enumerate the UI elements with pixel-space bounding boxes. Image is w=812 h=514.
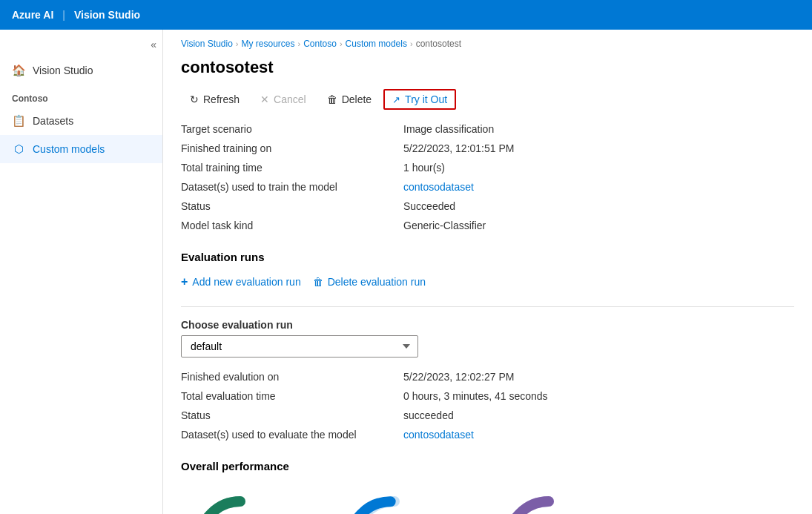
delete-eval-run-button[interactable]: 🗑 Delete evaluation run [313,273,426,291]
prop-label: Total evaluation time [181,389,403,403]
gauge-item: 100.0% Average precision i [181,490,300,514]
breadcrumb-my-resources[interactable]: My resources [242,39,295,49]
sidebar-item-label: Vision Studio [33,65,93,76]
gauge-item: 100.0% Accuracy - Top 5 i [489,490,608,514]
breadcrumb: Vision Studio › My resources › Contoso ›… [163,30,812,55]
prop-value: Generic-Classifier [403,218,794,233]
topbar: Azure AI | Vision Studio [0,0,812,30]
sidebar-collapse-button[interactable]: « [0,36,162,56]
main-content: Vision Studio › My resources › Contoso ›… [163,30,812,514]
sidebar-item-custom-models[interactable]: ⬡ Custom models [0,135,162,163]
properties-grid: Target scenarioImage classificationFinis… [163,122,812,239]
prop-label: Finished evalution on [181,369,403,384]
product-label: Vision Studio [74,9,140,21]
add-eval-label: Add new evaluation run [192,276,300,288]
cancel-label: Cancel [274,93,306,105]
sidebar-item-label: Custom models [33,143,105,155]
delete-eval-icon: 🗑 [313,276,323,288]
prop-label: Dataset(s) used to train the model [181,179,403,194]
evaluation-runs-header: Evaluation runs [163,239,812,269]
sidebar-item-datasets[interactable]: 📋 Datasets [0,107,162,135]
delete-button[interactable]: 🗑 Delete [318,89,380,110]
brand-label: Azure AI [12,9,53,21]
page-title: contosotest [163,55,812,89]
breadcrumb-current: contosotest [416,39,461,49]
prop-value: Succeeded [403,199,794,214]
prop-value: 0 hours, 3 minutes, 41 seconds [403,389,794,403]
eval-run-select[interactable]: default [181,335,418,358]
refresh-button[interactable]: ↻ Refresh [181,89,248,110]
cancel-icon: ✕ [260,93,269,105]
eval-dropdown-wrap: default [163,335,812,369]
refresh-icon: ↻ [190,93,199,105]
prop-value[interactable]: contosodataset [403,427,794,442]
try-it-out-icon: ↗ [392,94,400,105]
prop-label: Status [181,408,403,423]
prop-value: 1 hour(s) [403,160,794,175]
overall-performance-header: Overall performance [163,448,812,478]
prop-value: 5/22/2023, 12:01:51 PM [403,141,794,156]
sidebar-item-label: Datasets [33,115,73,127]
prop-value: 5/22/2023, 12:02:27 PM [403,369,794,384]
breadcrumb-sep-2: › [298,39,301,48]
prop-label: Total training time [181,160,403,175]
cancel-button[interactable]: ✕ Cancel [251,89,315,110]
sidebar: « 🏠 Vision Studio Contoso 📋 Datasets ⬡ C… [0,30,163,514]
breadcrumb-custom-models[interactable]: Custom models [346,39,407,49]
datasets-icon: 📋 [12,114,25,128]
try-it-out-button[interactable]: ↗ Try it Out [383,89,456,110]
gauge-svg [188,490,292,514]
sidebar-item-vision-studio[interactable]: 🏠 Vision Studio [0,56,162,85]
add-eval-run-button[interactable]: + Add new evaluation run [181,272,301,291]
gauge-svg [343,490,446,514]
delete-eval-label: Delete evaluation run [328,276,426,288]
prop-label: Model task kind [181,218,403,233]
choose-eval-label: Choose evaluation run [163,319,812,335]
home-icon: 🏠 [12,64,25,77]
delete-label: Delete [342,93,372,105]
prop-label: Status [181,199,403,214]
breadcrumb-sep-3: › [340,39,343,48]
topbar-separator: | [62,9,65,21]
gauge-svg [497,490,601,514]
prop-label: Finished training on [181,141,403,156]
refresh-label: Refresh [203,93,240,105]
prop-value[interactable]: contosodataset [403,179,794,194]
breadcrumb-sep-1: › [236,39,239,48]
main-layout: « 🏠 Vision Studio Contoso 📋 Datasets ⬡ C… [0,30,812,514]
prop-value: succeeded [403,408,794,423]
sidebar-section-contoso: Contoso [0,85,162,107]
divider [181,306,794,307]
prop-label: Target scenario [181,122,403,136]
prop-label: Dataset(s) used to evaluate the model [181,427,403,442]
toolbar: ↻ Refresh ✕ Cancel 🗑 Delete ↗ Try it Out [163,89,812,122]
custom-models-icon: ⬡ [12,142,25,156]
breadcrumb-contoso[interactable]: Contoso [303,39,337,49]
gauge-item: 96.9% Accuracy - Top 1 i [335,490,454,514]
evaluation-actions: + Add new evaluation run 🗑 Delete evalua… [163,269,812,303]
prop-value: Image classification [403,122,794,136]
breadcrumb-vision-studio[interactable]: Vision Studio [181,39,233,49]
try-it-out-label: Try it Out [405,93,447,105]
gauges-row: 100.0% Average precision i 96.9% Accurac… [163,478,812,514]
breadcrumb-sep-4: › [410,39,413,48]
add-icon: + [181,275,188,289]
delete-icon: 🗑 [327,93,337,105]
eval-properties-grid: Finished evalution on5/22/2023, 12:02:27… [163,369,812,448]
